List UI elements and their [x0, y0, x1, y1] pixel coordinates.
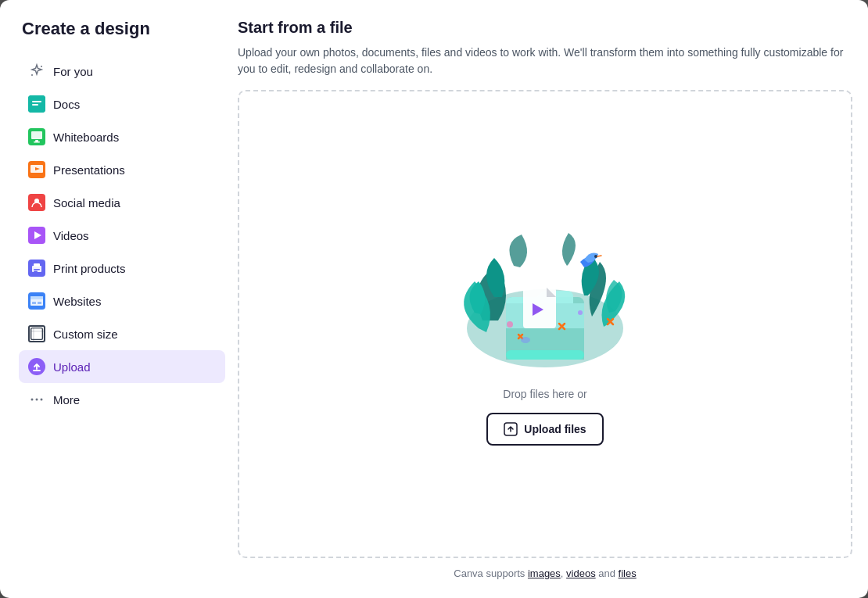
- drop-files-text: Drop files here or: [503, 388, 586, 400]
- svg-rect-3: [32, 101, 41, 102]
- sidebar-item-label: Upload: [53, 360, 91, 374]
- more-icon: [28, 391, 45, 408]
- svg-point-32: [41, 399, 43, 401]
- sidebar-item-upload[interactable]: Upload: [19, 350, 225, 383]
- sidebar-item-label: Websites: [53, 295, 101, 308]
- custom-size-icon: [28, 325, 45, 342]
- sidebar-item-more[interactable]: More: [19, 383, 225, 416]
- sidebar-item-print-products[interactable]: Print products: [19, 252, 225, 285]
- upload-illustration: [436, 203, 655, 375]
- sidebar-item-docs[interactable]: Docs: [19, 88, 225, 120]
- svg-rect-6: [31, 131, 42, 139]
- svg-point-31: [36, 399, 38, 401]
- upload-btn-icon: [504, 422, 518, 436]
- upload-icon: [28, 358, 45, 375]
- print-icon: [28, 260, 45, 277]
- sidebar-item-custom-size[interactable]: Custom size: [19, 317, 225, 350]
- svg-rect-25: [38, 302, 41, 304]
- footer-middle: ,: [561, 568, 566, 579]
- sidebar-item-label: Presentations: [53, 163, 125, 177]
- sidebar-item-label: Docs: [53, 98, 80, 111]
- footer-images-link[interactable]: images: [528, 568, 561, 579]
- social-media-icon: [28, 194, 45, 211]
- sidebar-item-videos[interactable]: Videos: [19, 219, 225, 252]
- nav-list: For you Docs: [19, 55, 225, 416]
- sidebar-item-presentations[interactable]: Presentations: [19, 153, 225, 186]
- upload-files-button[interactable]: Upload files: [486, 413, 603, 446]
- footer-videos-link[interactable]: videos: [566, 568, 596, 579]
- svg-point-49: [578, 310, 583, 315]
- svg-rect-24: [32, 302, 36, 304]
- whiteboards-icon: [28, 128, 45, 145]
- sidebar-item-label: Videos: [53, 229, 89, 242]
- sidebar-item-label: Social media: [53, 196, 120, 209]
- main-content: Create a design For you: [0, 0, 868, 598]
- sidebar-item-label: For you: [53, 65, 93, 78]
- sidebar-item-label: More: [53, 393, 80, 406]
- svg-point-48: [507, 321, 513, 328]
- svg-rect-4: [32, 104, 38, 106]
- main-panel: Start from a file Upload your own photos…: [238, 19, 852, 579]
- svg-rect-18: [34, 263, 40, 267]
- sidebar-item-label: Custom size: [53, 328, 118, 341]
- svg-point-50: [521, 337, 530, 343]
- sidebar-item-whiteboards[interactable]: Whiteboards: [19, 120, 225, 153]
- footer-prefix: Canva supports: [454, 568, 528, 579]
- svg-point-0: [41, 66, 42, 67]
- footer-support-text: Canva supports images, videos and files: [238, 568, 852, 579]
- footer-and: and: [596, 568, 619, 579]
- sidebar-title: Create a design: [19, 19, 225, 39]
- sidebar-item-websites[interactable]: Websites: [19, 285, 225, 317]
- svg-rect-7: [35, 140, 38, 141]
- app-window: Create a design For you: [0, 0, 868, 598]
- svg-rect-19: [34, 269, 40, 270]
- svg-rect-38: [506, 350, 584, 360]
- sidebar-item-label: Whiteboards: [53, 131, 119, 144]
- svg-rect-23: [30, 296, 43, 299]
- page-title: Start from a file: [238, 19, 852, 37]
- websites-icon: [28, 292, 45, 310]
- sidebar-item-social-media[interactable]: Social media: [19, 186, 225, 219]
- videos-icon: [28, 227, 45, 244]
- sparkle-icon: [28, 63, 45, 80]
- upload-files-label: Upload files: [524, 423, 586, 435]
- sidebar: Create a design For you: [19, 19, 238, 579]
- page-description: Upload your own photos, documents, files…: [238, 45, 852, 77]
- svg-rect-20: [34, 271, 38, 273]
- svg-rect-8: [34, 141, 40, 143]
- drop-zone[interactable]: Drop files here or Upload files: [238, 90, 852, 558]
- sidebar-item-for-you[interactable]: For you: [19, 55, 225, 88]
- presentations-icon: [28, 161, 45, 178]
- svg-rect-26: [31, 328, 43, 340]
- footer-files-link[interactable]: files: [619, 568, 637, 579]
- svg-point-1: [31, 74, 33, 76]
- svg-point-30: [31, 399, 34, 401]
- docs-icon: [28, 95, 45, 113]
- sidebar-item-label: Print products: [53, 262, 126, 275]
